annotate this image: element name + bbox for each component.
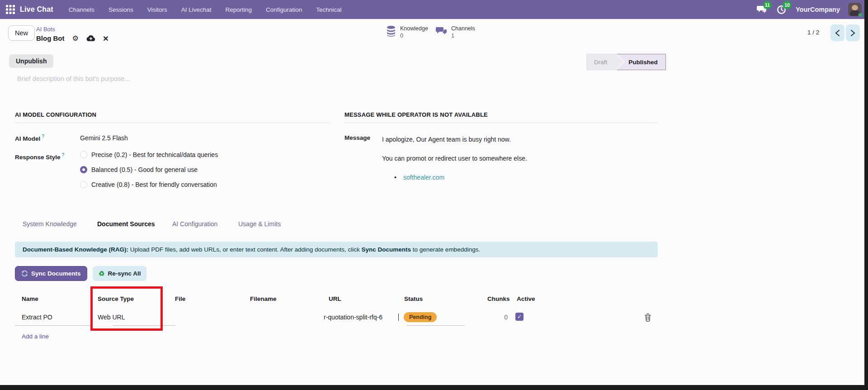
top-navbar: Live Chat Channels Sessions Visitors AI … [0, 0, 868, 19]
online-status-dot [858, 13, 863, 18]
sync-refresh-icon [21, 270, 28, 277]
pager-value: 1 / 2 [807, 29, 819, 36]
radio-option-creative[interactable]: Creative (0.8) - Best for friendly conve… [80, 181, 217, 188]
column-header-file[interactable]: File [175, 295, 185, 302]
new-button[interactable]: New [8, 25, 35, 41]
company-switcher[interactable]: YourCompany [796, 6, 840, 13]
sync-documents-button[interactable]: Sync Documents [15, 266, 87, 281]
stat-button-channels[interactable]: Channels 1 [436, 25, 475, 39]
breadcrumb-current: Blog Bot [36, 34, 64, 42]
radio-option-balanced[interactable]: Balanced (0.5) - Good for general use [80, 166, 198, 173]
apps-grid-icon[interactable] [6, 5, 15, 14]
nav-right-zone: 11 10 YourCompany [756, 3, 868, 16]
cell-name[interactable]: Extract PO [22, 314, 52, 321]
delete-trash-icon[interactable] [644, 313, 652, 322]
message-line-2[interactable]: You can promot or redirect user to somew… [382, 155, 527, 162]
cell-source-type[interactable]: Web URL [98, 314, 125, 321]
radio-icon [80, 181, 87, 188]
softhealer-link[interactable]: softhealer.com [403, 174, 444, 181]
unpublish-button[interactable]: Unpublish [9, 54, 53, 68]
nav-item-technical[interactable]: Technical [316, 6, 341, 13]
recycle-icon: ♻ [99, 270, 104, 278]
tab-usage-limits[interactable]: Usage & Limits [238, 220, 281, 228]
column-header-active[interactable]: Active [517, 295, 535, 302]
nav-item-channels[interactable]: Channels [69, 6, 94, 13]
tab-ai-configuration[interactable]: AI Configuration [172, 220, 217, 228]
tab-system-knowledge[interactable]: System Knowledge [23, 220, 77, 228]
chevron-left-icon [835, 29, 840, 37]
stat-knowledge-label: Knowledge [400, 25, 428, 32]
column-header-status[interactable]: Status [404, 295, 423, 302]
stat-channels-label: Channels [451, 25, 475, 32]
radio-icon [80, 151, 87, 158]
messages-count-badge: 11 [763, 1, 772, 9]
description-field[interactable]: Brief description of this bot's purpose.… [17, 75, 130, 82]
radio-checked-icon [80, 166, 87, 173]
nav-item-reporting[interactable]: Reporting [225, 6, 252, 13]
discard-close-icon[interactable]: × [103, 33, 108, 43]
ai-model-value[interactable]: Gemini 2.5 Flash [80, 134, 128, 142]
chat-bubbles-icon [436, 25, 448, 36]
operator-message-section-title: MESSAGE WHILE OPERATOR IS NOT AVAILABLE [344, 111, 658, 123]
database-icon [386, 25, 396, 37]
stat-knowledge-value: 0 [400, 33, 428, 39]
window-edge-bottom [0, 385, 868, 390]
bullet-marker: • [394, 174, 396, 181]
stage-draft[interactable]: Draft [586, 54, 616, 70]
message-label: Message [344, 134, 370, 141]
banner-bold-intro: Document-Based Knowledge (RAG): [23, 246, 128, 253]
help-marker-icon: ? [42, 134, 44, 139]
active-checkbox[interactable]: ✓ [515, 313, 524, 321]
pager-next-button[interactable] [846, 24, 860, 41]
nav-item-visitors[interactable]: Visitors [147, 6, 167, 13]
stat-button-knowledge[interactable]: Knowledge 0 [386, 25, 428, 39]
help-marker-icon: ? [62, 152, 65, 157]
column-header-name[interactable]: Name [22, 295, 38, 302]
pager-previous-button[interactable] [830, 24, 844, 41]
stage-draft-label: Draft [594, 59, 607, 66]
avatar-face [852, 5, 858, 10]
add-a-line-link[interactable]: Add a line [22, 333, 49, 340]
cell-chunks: 0 [491, 314, 508, 321]
banner-bold-mid: Sync Documents [362, 246, 411, 253]
user-avatar[interactable] [848, 3, 862, 16]
input-underline [15, 325, 93, 326]
livechat-app-screen: Live Chat Channels Sessions Visitors AI … [0, 0, 868, 390]
activities-clock-icon[interactable]: 10 [776, 4, 788, 15]
tab-document-sources[interactable]: Document Sources [97, 220, 155, 228]
window-edge-right [864, 0, 868, 390]
red-highlight-box [90, 286, 163, 331]
rag-info-banner: Document-Based Knowledge (RAG): Upload P… [15, 242, 658, 257]
nav-menu: Channels Sessions Visitors AI Livechat R… [69, 6, 342, 13]
response-style-label: Response Style? [15, 152, 64, 161]
column-header-chunks[interactable]: Chunks [487, 295, 510, 302]
statusbar: Draft Published [586, 54, 666, 70]
breadcrumb: Blog Bot ⚙ × [36, 33, 108, 43]
column-header-url[interactable]: URL [329, 295, 341, 302]
input-underline [407, 325, 465, 326]
app-name[interactable]: Live Chat [20, 5, 53, 14]
column-header-filename[interactable]: Filename [250, 295, 277, 302]
activities-count-badge: 10 [783, 1, 792, 9]
cell-url-input[interactable]: r-quotation-split-rfq-6 [324, 314, 399, 321]
message-line-1[interactable]: I apologize, Our Agent team is busy righ… [382, 136, 511, 143]
nav-item-ai-livechat[interactable]: AI Livechat [181, 6, 212, 13]
stage-published-label: Published [628, 59, 658, 66]
chevron-right-icon [850, 29, 855, 37]
status-badge: Pending [404, 312, 437, 322]
column-header-source-type[interactable]: Source Type [98, 295, 134, 302]
breadcrumb-parent[interactable]: AI Bots [36, 26, 55, 33]
nav-item-configuration[interactable]: Configuration [266, 6, 302, 13]
nav-item-sessions[interactable]: Sessions [108, 6, 133, 13]
stat-channels-value: 1 [451, 33, 475, 39]
gear-icon[interactable]: ⚙ [72, 35, 78, 42]
banner-text-1: Upload PDF files, add web URLs, or enter… [128, 246, 362, 253]
cloud-save-icon[interactable] [86, 35, 95, 42]
input-underline [113, 325, 175, 326]
ai-model-label: AI Model? [15, 134, 44, 142]
radio-option-precise[interactable]: Precise (0.2) - Best for technical/data … [80, 151, 218, 158]
banner-text-2: to generate embeddings. [411, 246, 480, 253]
resync-all-button[interactable]: ♻ Re-sync All [93, 266, 146, 281]
ai-configuration-section-title: AI MODEL CONFIGURATION [15, 111, 330, 123]
messages-icon[interactable]: 11 [756, 4, 768, 15]
